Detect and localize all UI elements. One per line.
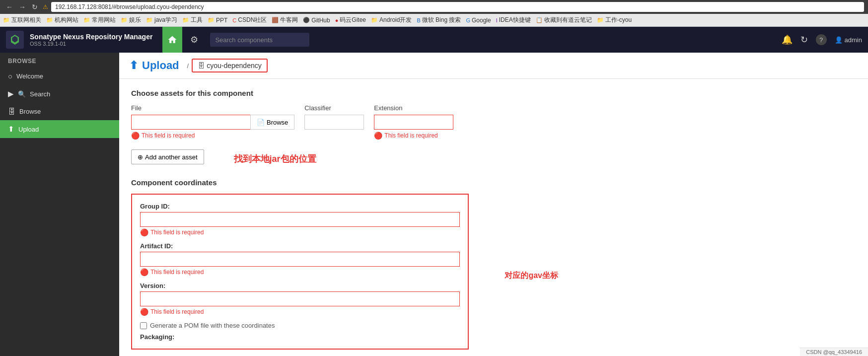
bookmark-changyong[interactable]: 📁 常用网站 xyxy=(83,16,116,24)
group-id-input[interactable] xyxy=(140,212,460,227)
bookmarks-bar: 📁 互联网相关 📁 机构网站 📁 常用网站 📁 娱乐 📁 java学习 📁 工具… xyxy=(0,14,868,27)
bookmark-csdn[interactable]: C CSDN社区 xyxy=(232,16,267,24)
artifact-id-required-msg: 🔴 This field is required xyxy=(140,268,460,276)
browse-icon: 📄 xyxy=(257,119,265,126)
bookmark-github[interactable]: ⚫ GitHub xyxy=(303,17,330,24)
work-icon: 📁 xyxy=(597,17,604,23)
csdn-icon: C xyxy=(232,17,236,23)
back-button[interactable]: ← xyxy=(4,2,15,12)
bookmark-ppt[interactable]: 📁 PPT xyxy=(208,17,227,24)
search-icon: 🔍 xyxy=(18,90,26,98)
welcome-icon: ○ xyxy=(8,72,12,80)
security-warning-icon: ⚠ xyxy=(43,3,48,10)
version-label: Version: xyxy=(140,282,460,289)
file-input[interactable] xyxy=(131,115,250,130)
refresh-icon[interactable]: ↻ xyxy=(800,34,808,45)
artifact-id-group: Artifact ID: 🔴 This field is required xyxy=(140,242,460,276)
nav-settings-icon[interactable]: ⚙ xyxy=(184,27,204,53)
youdao-icon: 📋 xyxy=(536,17,543,23)
browser-bar: ← → ↻ ⚠ 192.168.17.128:8081/#browse/uplo… xyxy=(0,0,868,14)
bookmark-huwang[interactable]: 📁 互联网相关 xyxy=(3,16,41,24)
group-id-label: Group ID: xyxy=(140,203,460,210)
packaging-label: Packaging: xyxy=(140,333,460,341)
bookmark-gitee[interactable]: ● 码云Gitee xyxy=(335,16,366,24)
bookmark-java[interactable]: 📁 java学习 xyxy=(146,16,177,24)
pom-label[interactable]: Generate a POM file with these coordinat… xyxy=(150,322,275,329)
bookmark-icon: 📁 xyxy=(182,17,189,23)
bookmark-google[interactable]: G Google xyxy=(466,17,491,24)
extension-required-msg: 🔴 This field is required xyxy=(374,132,453,140)
pom-checkbox[interactable] xyxy=(140,322,147,329)
bookmark-work[interactable]: 📁 工作-cyou xyxy=(597,16,632,24)
browse-button[interactable]: 📄 Browse xyxy=(250,115,294,130)
group-id-group: Group ID: 🔴 This field is required xyxy=(140,203,460,236)
version-input[interactable] xyxy=(140,291,460,306)
required-icon: 🔴 xyxy=(140,308,148,316)
browser-nav[interactable]: ← → ↻ xyxy=(4,2,40,12)
group-id-required-msg: 🔴 This field is required xyxy=(140,228,460,236)
repository-icon: 🗄 xyxy=(198,62,205,70)
breadcrumb-separator: / xyxy=(187,62,189,70)
annotation-jar-location: 找到本地jar包的位置 xyxy=(234,153,316,165)
bookmark-youdao[interactable]: 📋 收藏到有道云笔记 xyxy=(536,16,592,24)
bookmark-bing[interactable]: B 微软 Bing 搜索 xyxy=(417,16,461,24)
extension-field-group: Extension 🔴 This field is required xyxy=(374,104,453,140)
search-input[interactable] xyxy=(210,33,309,47)
file-label: File xyxy=(131,104,294,112)
expand-arrow-icon: ▶ xyxy=(8,89,14,98)
upload-header-icon: ⬆ xyxy=(129,59,138,72)
bookmark-icon: 📁 xyxy=(3,17,10,23)
classifier-input[interactable] xyxy=(304,115,364,130)
bookmark-icon: 📁 xyxy=(121,17,128,23)
nav-browse-icon[interactable] xyxy=(162,27,182,53)
breadcrumb-repository[interactable]: 🗄 cyou-dependency xyxy=(192,59,268,72)
browse-icon: 🗄 xyxy=(8,107,15,116)
bookmark-niuke[interactable]: 🟫 牛客网 xyxy=(272,16,298,24)
status-bar: CSDN @qq_43349416 xyxy=(800,348,868,356)
nexus-logo-icon xyxy=(9,34,21,46)
header-nav: ⚙ xyxy=(162,27,204,53)
main-layout: Browse ○ Welcome ▶ 🔍 Search 🗄 Browse ⬆ U… xyxy=(0,53,868,356)
page-header: ⬆ Upload / 🗄 cyou-dependency xyxy=(119,53,868,79)
required-icon: 🔴 xyxy=(131,132,140,140)
bookmark-tools[interactable]: 📁 工具 xyxy=(182,16,203,24)
notification-icon[interactable]: 🔔 xyxy=(782,34,793,45)
user-menu[interactable]: 👤 admin xyxy=(835,36,862,44)
help-icon[interactable]: ? xyxy=(816,34,827,45)
upload-icon: ⬆ xyxy=(8,125,14,134)
bookmark-android[interactable]: 📁 Android开发 xyxy=(371,16,412,24)
sidebar-item-welcome[interactable]: ○ Welcome xyxy=(0,68,119,85)
app-logo xyxy=(6,31,24,49)
forward-button[interactable]: → xyxy=(17,2,28,12)
classifier-field-group: Classifier xyxy=(304,104,364,130)
breadcrumb: / 🗄 cyou-dependency xyxy=(187,59,268,72)
url-bar[interactable]: 192.168.17.128:8081/#browse/upload.cyou-… xyxy=(51,2,864,12)
android-icon: 📁 xyxy=(371,17,378,23)
header-right: 🔔 ↻ ? 👤 admin xyxy=(782,34,862,45)
bookmark-icon: 📁 xyxy=(83,17,90,23)
bookmark-idea[interactable]: I IDEA快捷键 xyxy=(496,16,531,24)
app-header: Sonatype Nexus Repository Manager OSS 3.… xyxy=(0,27,868,53)
required-icon: 🔴 xyxy=(140,228,148,236)
idea-icon: I xyxy=(496,17,498,23)
bookmark-yule[interactable]: 📁 娱乐 xyxy=(121,16,141,24)
classifier-label: Classifier xyxy=(304,104,364,112)
pom-checkbox-row: Generate a POM file with these coordinat… xyxy=(140,322,460,329)
sidebar-item-browse[interactable]: 🗄 Browse xyxy=(0,103,119,120)
file-field-group: File 📄 Browse 🔴 This field is required xyxy=(131,104,294,140)
sidebar-item-upload[interactable]: ⬆ Upload xyxy=(0,120,119,138)
add-asset-button[interactable]: ⊕ Add another asset xyxy=(131,149,204,164)
sidebar-item-search[interactable]: ▶ 🔍 Search xyxy=(0,85,119,103)
form-content: Choose assets for this component File 📄 … xyxy=(119,79,868,356)
version-group: Version: 🔴 This field is required xyxy=(140,282,460,316)
sidebar: Browse ○ Welcome ▶ 🔍 Search 🗄 Browse ⬆ U… xyxy=(0,53,119,356)
file-input-group: 📄 Browse xyxy=(131,115,294,130)
github-icon: ⚫ xyxy=(303,17,310,23)
bookmark-icon: 📁 xyxy=(46,17,53,23)
refresh-button[interactable]: ↻ xyxy=(30,2,40,12)
file-required-msg: 🔴 This field is required xyxy=(131,132,294,140)
extension-input[interactable] xyxy=(374,115,453,130)
artifact-id-input[interactable] xyxy=(140,252,460,267)
annotation-gav: 对应的gav坐标 xyxy=(505,271,558,281)
bookmark-jigou[interactable]: 📁 机构网站 xyxy=(46,16,78,24)
